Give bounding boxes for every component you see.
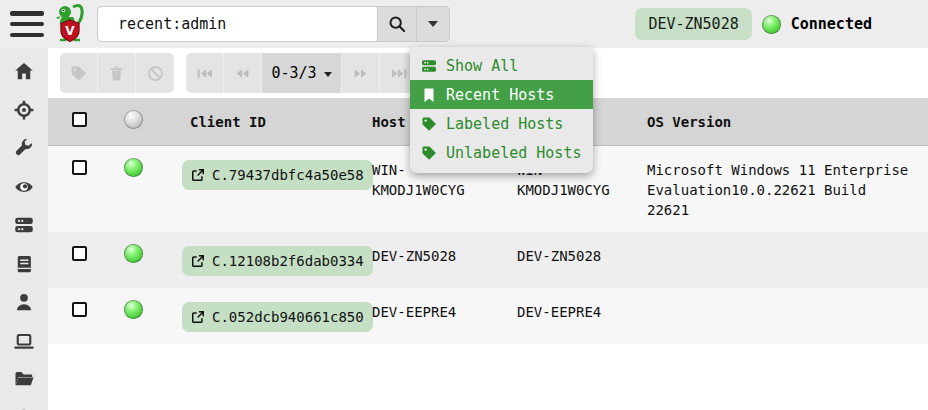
search-input[interactable] — [97, 6, 377, 42]
top-bar: V DEV-ZN5028 Connected — [0, 0, 928, 48]
folder-open-icon[interactable] — [13, 369, 35, 389]
menu-item-show-all[interactable]: Show All — [410, 51, 593, 80]
row-checkbox[interactable] — [72, 246, 87, 261]
connected-status-icon — [762, 15, 781, 34]
page-range-label: 0-3/3 — [271, 64, 316, 82]
tag-icon — [70, 65, 87, 82]
trash-icon — [108, 65, 125, 82]
online-state-column-icon — [124, 110, 143, 129]
ban-icon — [147, 65, 164, 82]
online-status-icon — [124, 300, 143, 319]
next-page-button[interactable] — [342, 53, 380, 93]
menu-item-unlabeled-hosts[interactable]: Unlabeled Hosts — [410, 138, 593, 167]
eye-icon[interactable] — [13, 177, 35, 197]
connection-status-cluster: DEV-ZN5028 Connected — [635, 8, 872, 40]
client-id-link[interactable]: C.052dcb940661c850 — [182, 302, 373, 332]
home-icon[interactable] — [13, 61, 35, 81]
search-bar — [97, 6, 450, 42]
user-icon[interactable] — [13, 292, 35, 312]
search-button[interactable] — [377, 6, 417, 42]
menu-item-label: Recent Hosts — [446, 86, 554, 104]
connection-status-label: Connected — [791, 15, 872, 33]
menu-item-labeled-hosts[interactable]: Labeled Hosts — [410, 109, 593, 138]
tag-icon — [421, 145, 437, 161]
first-page-button[interactable] — [186, 53, 224, 93]
skip-to-start-icon — [196, 65, 213, 82]
menu-item-recent-hosts[interactable]: Recent Hosts — [410, 80, 593, 109]
table-row[interactable]: C.052dcb940661c850 DEV-EEPRE4 DEV-EEPRE4 — [48, 288, 928, 344]
page-range-dropdown[interactable]: 0-3/3 — [262, 53, 342, 93]
quarantine-clients-button[interactable] — [136, 53, 174, 93]
search-filter-dropdown-button[interactable] — [417, 6, 450, 42]
row-checkbox[interactable] — [72, 302, 87, 317]
label-clients-button[interactable] — [60, 53, 98, 93]
fqdn-cell: DEV-EEPRE4 — [509, 288, 629, 334]
online-status-icon — [124, 158, 143, 177]
external-link-icon — [191, 254, 205, 268]
host-cell: DEV-EEPRE4 — [364, 288, 484, 334]
menu-item-label: Show All — [446, 57, 518, 75]
host-badge: DEV-ZN5028 — [635, 8, 751, 40]
rewind-icon — [234, 65, 251, 82]
hamburger-menu-icon[interactable] — [10, 11, 44, 37]
online-status-icon — [124, 244, 143, 263]
client-id-link[interactable]: C.12108b2f6dab0334 — [182, 246, 373, 276]
crosshair-icon[interactable] — [13, 100, 35, 120]
os-version-cell — [639, 232, 924, 258]
row-checkbox[interactable] — [72, 160, 87, 175]
laptop-icon[interactable] — [13, 331, 35, 351]
external-link-icon — [191, 168, 205, 182]
sidebar-nav — [0, 48, 48, 410]
os-version-cell — [639, 288, 924, 314]
external-link-icon — [191, 310, 205, 324]
header-os-version: OS Version — [639, 98, 924, 144]
os-version-cell: Microsoft Windows 11 Enterprise Evaluati… — [639, 146, 924, 232]
chevron-down-icon — [428, 21, 438, 27]
header-client-id: Client ID — [174, 98, 364, 144]
client-actions-group — [60, 53, 174, 93]
server-stack-icon[interactable] — [13, 215, 35, 235]
fqdn-cell: DEV-ZN5028 — [509, 232, 629, 278]
pagination-group: 0-3/3 — [186, 53, 418, 93]
velociraptor-logo-icon: V — [51, 3, 89, 45]
menu-item-label: Labeled Hosts — [446, 115, 563, 133]
bookmark-icon — [421, 87, 437, 103]
chevron-down-icon — [324, 72, 332, 77]
select-all-checkbox[interactable] — [72, 112, 87, 127]
delete-clients-button[interactable] — [98, 53, 136, 93]
skip-to-end-icon — [391, 65, 408, 82]
search-icon — [388, 15, 406, 33]
fast-forward-icon — [352, 65, 369, 82]
menu-item-label: Unlabeled Hosts — [446, 144, 581, 162]
previous-page-button[interactable] — [224, 53, 262, 93]
table-row[interactable]: C.12108b2f6dab0334 DEV-ZN5028 DEV-ZN5028 — [48, 232, 928, 288]
wrench-icon[interactable] — [13, 138, 35, 158]
search-filter-menu: Show All Recent Hosts Labeled Hosts Unla… — [410, 47, 593, 173]
client-id-label: C.052dcb940661c850 — [212, 307, 364, 327]
tag-icon — [421, 116, 437, 132]
svg-text:V: V — [65, 24, 75, 38]
stack-icon — [421, 58, 437, 74]
host-cell: DEV-ZN5028 — [364, 232, 484, 278]
notebook-icon[interactable] — [13, 254, 35, 274]
client-id-label: C.12108b2f6dab0334 — [212, 251, 364, 271]
client-id-link[interactable]: C.79437dbfc4a50e58 — [182, 160, 373, 190]
client-id-label: C.79437dbfc4a50e58 — [212, 165, 364, 185]
